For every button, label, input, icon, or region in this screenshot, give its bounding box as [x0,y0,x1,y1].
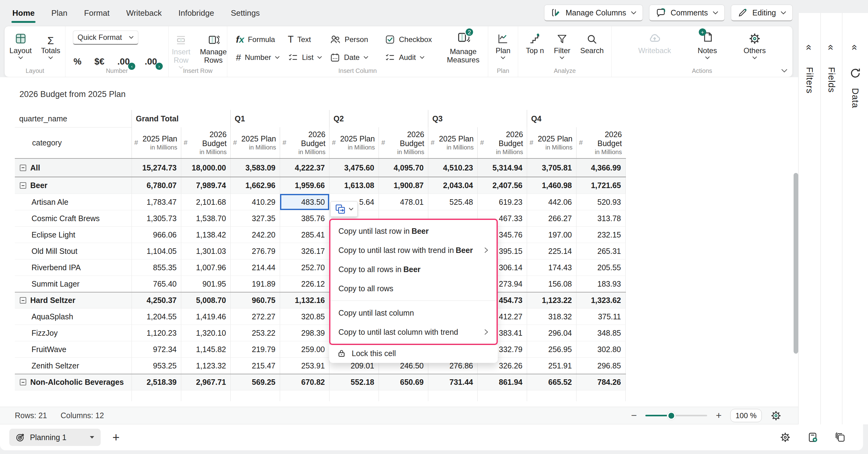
cell[interactable] [131,390,181,401]
zoom-out-button[interactable]: − [631,410,637,421]
measure-column-header[interactable]: #2026 Budgetin Millions [280,127,329,158]
menu-tab-format[interactable]: Format [84,8,109,18]
cell[interactable]: 156.08 [527,276,576,292]
cell[interactable]: 18,000.00 [181,159,230,177]
row-label-cell[interactable]: FizzJoy [15,325,131,341]
cell[interactable]: 253.22 [230,325,280,341]
expand-panel-icon[interactable]: « [849,44,861,50]
cell[interactable]: 861.94 [477,374,527,390]
zoom-level-input[interactable]: 100 % [730,409,762,422]
cell[interactable]: 215.47 [230,358,280,374]
column-group-header[interactable]: Q4 [527,110,626,127]
cell[interactable]: 320.85 [280,308,329,325]
cell[interactable] [280,390,329,401]
quick-format-select[interactable]: Quick Format [73,31,138,45]
copy-pages-icon[interactable] [835,432,846,443]
cell[interactable] [230,390,280,401]
cell[interactable]: 214.44 [230,260,280,275]
cell[interactable]: 1,132.16 [280,293,329,308]
cell[interactable]: 4,250.37 [131,293,181,308]
cell[interactable]: 2,967.71 [181,374,230,390]
cell[interactable]: 385.76 [280,210,329,226]
cell[interactable]: 410.29 [230,194,280,210]
cell[interactable]: 1,123.32 [181,358,230,374]
cell[interactable] [329,390,379,401]
cell[interactable]: 313.78 [576,210,626,226]
data-panel-collapsed[interactable]: « Data [842,13,868,424]
date-column-button[interactable]: Date [330,49,385,66]
menu-tab-writeback[interactable]: Writeback [126,8,162,18]
cell[interactable] [527,390,576,401]
cell[interactable]: 225.14 [527,243,576,259]
row-label-cell[interactable]: FruitWave [15,341,131,357]
gear-icon[interactable] [780,432,791,443]
fields-panel-collapsed[interactable]: «Fields [820,13,842,424]
cell[interactable]: 4,222.37 [280,159,329,177]
person-column-button[interactable]: Person [330,31,385,49]
cell[interactable]: 2,101.68 [181,194,230,210]
cell[interactable] [428,390,477,401]
checkbox-column-button[interactable]: Checkbox [385,31,445,49]
collapse-toggle[interactable] [20,297,26,304]
cell[interactable]: 552.18 [329,374,379,390]
row-label-cell[interactable]: Artisan Ale [15,194,131,210]
cell[interactable]: 1,301.03 [181,243,230,259]
collapse-toggle[interactable] [20,182,26,189]
audit-column-button[interactable]: Audit [385,49,445,66]
cell[interactable]: 256.95 [527,341,576,357]
cell[interactable]: 5,314.94 [477,159,527,177]
add-board-icon[interactable] [807,431,818,443]
selected-cell[interactable]: 483.50 [280,194,329,210]
menu-tab-infobridge[interactable]: Infobridge [179,8,214,18]
column-group-header[interactable]: Q1 [230,110,329,127]
others-button[interactable]: Others [744,31,766,59]
cell[interactable]: 972.34 [131,341,181,357]
zoom-in-button[interactable]: + [716,410,722,421]
cell[interactable]: 5,008.70 [181,293,230,308]
collapse-ribbon-button[interactable] [781,68,787,74]
row-label-cell[interactable]: Zenith Seltzer [15,358,131,374]
row-label-cell[interactable]: Non-Alcoholic Beverages [15,374,131,390]
cell[interactable]: 442.06 [527,194,576,210]
cell[interactable]: 272.27 [230,308,280,325]
row-label-cell[interactable]: All [15,159,131,177]
row-label-cell[interactable]: Riverbend IPA [15,260,131,275]
cell[interactable]: 665.52 [527,374,576,390]
refresh-data-icon[interactable] [849,67,862,79]
formula-column-button[interactable]: fx Formula [236,31,288,49]
cell[interactable]: 183.93 [576,276,626,292]
cell[interactable]: 1,323.62 [576,293,626,308]
cell[interactable]: 966.06 [131,227,181,243]
decrease-decimal-button[interactable]: .00‹ [117,57,131,67]
cell[interactable]: 266.27 [527,210,576,226]
row-label-cell[interactable]: AquaSplash [15,308,131,325]
manage-measures-button[interactable]: 2 Manage Measures [443,31,483,64]
cell[interactable]: 3,475.60 [329,159,379,177]
zoom-slider[interactable] [645,415,707,416]
cell[interactable]: 296.85 [576,358,626,374]
currency-format-button[interactable]: $€ [94,57,104,67]
cell[interactable]: 1,204.55 [131,308,181,325]
zoom-slider-handle[interactable] [667,412,676,420]
row-label-cell[interactable]: Cosmic Craft Brews [15,210,131,226]
cell[interactable]: 6,780.07 [131,177,181,194]
cell[interactable]: 731.44 [428,374,477,390]
cell[interactable]: 174.43 [527,260,576,275]
row-label-cell[interactable]: Eclipse Light [15,227,131,243]
context-menu-item[interactable]: Copy until last row inBeer [331,221,497,241]
cell[interactable]: 2,407.56 [477,177,527,194]
table-settings-gear-icon[interactable] [770,410,781,421]
cell[interactable]: 2,043.04 [428,177,477,194]
cell[interactable]: 525.48 [428,194,477,210]
increase-decimal-button[interactable]: .00› [145,57,159,67]
cell[interactable]: 242.20 [230,227,280,243]
row-label-cell[interactable]: Beer [15,177,131,194]
context-menu-item[interactable]: Copy to all rows inBeer [331,260,497,279]
cell[interactable]: 520.93 [576,194,626,210]
cell[interactable]: 3,583.09 [230,159,280,177]
cell[interactable]: 478.01 [379,194,428,210]
cell[interactable]: 1,419.46 [181,308,230,325]
row-label-cell[interactable] [15,390,131,401]
cell[interactable]: 251.91 [527,358,576,374]
context-menu-item[interactable]: Copy to until last column with trend [331,323,497,341]
